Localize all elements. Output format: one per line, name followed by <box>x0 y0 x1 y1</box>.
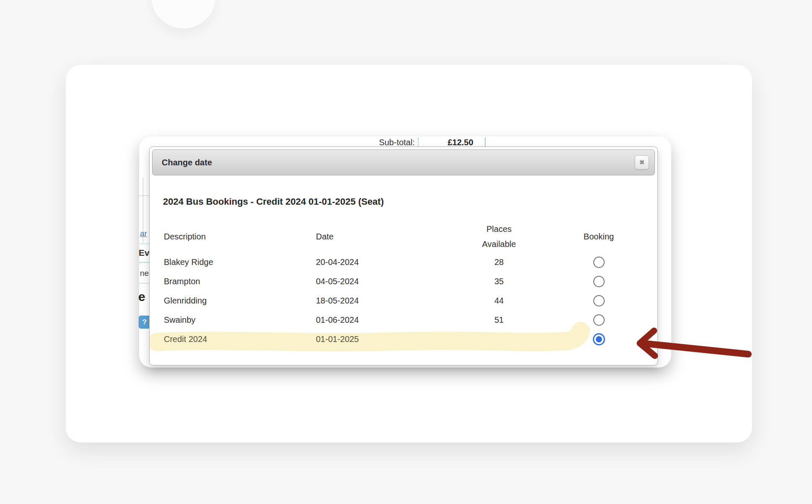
booking-heading: 2024 Bus Bookings - Credit 2024 01-01-20… <box>163 196 384 207</box>
date-cell: 04-05-2024 <box>316 272 359 291</box>
table-border-horizontal <box>139 244 150 244</box>
help-button[interactable]: ? <box>139 316 150 329</box>
change-date-dialog: Change date ✖ 2024 Bus Bookings - Credit… <box>149 147 658 365</box>
places-cell: 51 <box>474 310 524 329</box>
places-cell: 44 <box>474 291 524 310</box>
description-cell: Credit 2024 <box>164 329 207 349</box>
description-cell: Glenridding <box>164 291 207 310</box>
booking-radio[interactable] <box>593 295 605 306</box>
date-cell: 01-06-2024 <box>316 310 359 329</box>
partial-bold-text: Ev <box>139 248 150 258</box>
table-row: Swainby 01-06-2024 51 <box>150 310 657 329</box>
date-cell: 20-04-2024 <box>316 252 359 272</box>
places-cell: 28 <box>474 252 524 272</box>
places-cell <box>474 329 524 349</box>
subtotal-value: £12.50 <box>436 137 485 147</box>
partial-link-text[interactable]: ar <box>140 229 147 238</box>
table-row: Credit 2024 01-01-2025 <box>150 329 657 349</box>
background-blob <box>152 0 215 28</box>
table-border-horizontal <box>139 195 149 196</box>
table-row: Glenridding 18-05-2024 44 <box>150 291 657 310</box>
close-button[interactable]: ✖ <box>635 155 649 170</box>
column-header-booking: Booking <box>574 221 624 252</box>
column-header-description: Description <box>164 221 206 252</box>
column-header-date: Date <box>316 221 334 252</box>
dialog-titlebar[interactable]: Change date ✖ <box>152 149 655 175</box>
table-border-horizontal <box>139 283 150 283</box>
date-cell: 18-05-2024 <box>316 291 359 310</box>
booking-radio[interactable] <box>593 314 605 326</box>
description-cell: Swainby <box>164 310 196 329</box>
booking-radio[interactable] <box>593 276 605 287</box>
table-header-row: Description Date Places Available Bookin… <box>150 221 657 252</box>
table-row: Brampton 04-05-2024 35 <box>150 272 657 291</box>
column-header-places-available: Places Available <box>474 221 524 252</box>
partial-text: ne <box>140 269 149 278</box>
dotted-underline <box>140 262 150 263</box>
booking-radio[interactable] <box>593 333 605 345</box>
partial-heading-text: e <box>138 290 145 304</box>
places-cell: 35 <box>474 272 524 291</box>
dialog-title: Change date <box>162 150 212 175</box>
solid-cell-divider <box>485 138 486 147</box>
subtotal-label: Sub-total: <box>352 137 415 147</box>
description-cell: Brampton <box>164 272 200 291</box>
description-cell: Blakey Ridge <box>164 252 213 272</box>
booking-table-body: Blakey Ridge 20-04-2024 28 Brampton 04-0… <box>150 252 657 349</box>
booking-radio[interactable] <box>593 257 605 268</box>
table-row: Blakey Ridge 20-04-2024 28 <box>150 252 657 272</box>
date-cell: 01-01-2025 <box>316 329 359 349</box>
dotted-cell-divider <box>418 138 419 147</box>
